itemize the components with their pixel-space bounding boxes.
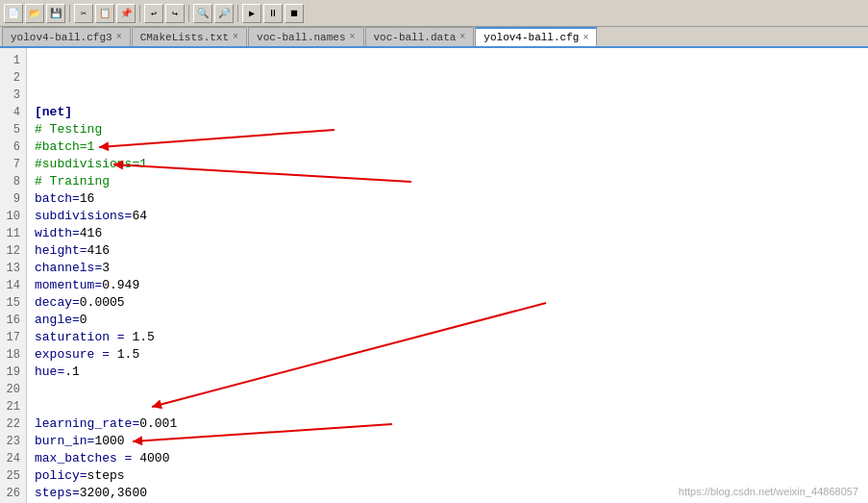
code-line: #batch=1 — [35, 138, 860, 156]
line-number: 12 — [4, 242, 20, 260]
toolbar-btn-13[interactable]: ⏹ — [285, 4, 304, 23]
tab-label-tab4: voc-ball.data — [374, 32, 457, 43]
line-number: 24 — [4, 450, 20, 467]
tab-tab5[interactable]: yolov4-ball.cfg× — [475, 27, 597, 46]
code-line: # Testing — [35, 121, 860, 138]
line-number: 23 — [4, 433, 20, 450]
toolbar-btn-2[interactable]: 📂 — [25, 4, 44, 23]
code-line: [net] — [35, 104, 860, 121]
code-line: learning_rate=0.001 — [35, 415, 860, 433]
code-line: momentum=0.949 — [35, 277, 860, 294]
tab-tab4[interactable]: voc-ball.data× — [365, 27, 475, 46]
toolbar-btn-7[interactable]: ↩ — [144, 4, 163, 23]
tab-tab2[interactable]: CMakeLists.txt× — [132, 27, 247, 46]
line-number: 2 — [4, 69, 20, 87]
tab-label-tab1: yolov4-ball.cfg3 — [11, 32, 112, 43]
line-number: 8 — [4, 173, 20, 190]
line-numbers: 1234567891011121314151617181920212223242… — [0, 48, 27, 503]
toolbar-btn-1[interactable]: 📄 — [4, 4, 23, 23]
code-line: hue=.1 — [35, 364, 860, 381]
toolbar-btn-5[interactable]: 📋 — [95, 4, 114, 23]
toolbar-btn-9[interactable]: 🔍 — [193, 4, 212, 23]
line-number: 18 — [4, 346, 20, 364]
code-line: burn_in=1000 — [35, 433, 860, 450]
line-number: 20 — [4, 381, 20, 398]
watermark: https://blog.csdn.net/weixin_44868057 — [679, 486, 858, 497]
line-number: 11 — [4, 225, 20, 242]
line-number: 16 — [4, 312, 20, 329]
editor-container: 1234567891011121314151617181920212223242… — [0, 48, 868, 503]
tab-tab1[interactable]: yolov4-ball.cfg3× — [2, 27, 131, 46]
code-line — [35, 398, 860, 415]
code-line: exposure = 1.5 — [35, 346, 860, 364]
toolbar-btn-11[interactable]: ▶ — [242, 4, 261, 23]
code-area[interactable]: [net]# Testing#batch=1#subdivisions=1# T… — [27, 48, 868, 503]
toolbar-sep-4 — [237, 5, 238, 22]
tab-label-tab5: yolov4-ball.cfg — [484, 32, 579, 43]
code-line: policy=steps — [35, 467, 860, 485]
line-number: 4 — [4, 104, 20, 121]
code-line: max_batches = 4000 — [35, 450, 860, 467]
tab-close-tab3[interactable]: × — [350, 32, 356, 42]
code-line: batch=16 — [35, 190, 860, 208]
tab-tab3[interactable]: voc-ball.names× — [248, 27, 363, 46]
code-line — [35, 381, 860, 398]
tab-close-tab1[interactable]: × — [116, 32, 122, 42]
line-number: 25 — [4, 467, 20, 485]
line-number: 9 — [4, 190, 20, 208]
code-line: subdivisions=64 — [35, 208, 860, 225]
code-line: decay=0.0005 — [35, 294, 860, 312]
code-line: angle=0 — [35, 312, 860, 329]
toolbar-btn-8[interactable]: ↪ — [165, 4, 185, 23]
line-number: 1 — [4, 52, 20, 69]
line-number: 19 — [4, 364, 20, 381]
code-line: #subdivisions=1 — [35, 156, 860, 173]
line-number: 6 — [4, 138, 20, 156]
line-number: 3 — [4, 87, 20, 104]
line-number: 21 — [4, 398, 20, 415]
line-number: 10 — [4, 208, 20, 225]
line-number: 13 — [4, 260, 20, 277]
toolbar-btn-12[interactable]: ⏸ — [263, 4, 283, 23]
toolbar-btn-6[interactable]: 📌 — [116, 4, 136, 23]
code-line: height=416 — [35, 242, 860, 260]
toolbar-sep-1 — [69, 5, 70, 22]
line-number: 17 — [4, 329, 20, 346]
tabbar: yolov4-ball.cfg3×CMakeLists.txt×voc-ball… — [0, 27, 868, 48]
toolbar-btn-3[interactable]: 💾 — [46, 4, 65, 23]
code-line: channels=3 — [35, 260, 860, 277]
code-line: width=416 — [35, 225, 860, 242]
tab-close-tab5[interactable]: × — [583, 33, 588, 43]
toolbar-sep-2 — [139, 5, 140, 22]
line-number: 14 — [4, 277, 20, 294]
toolbar-btn-4[interactable]: ✂️ — [74, 4, 93, 23]
line-number: 26 — [4, 485, 20, 502]
tab-label-tab2: CMakeLists.txt — [140, 32, 229, 43]
toolbar-btn-10[interactable]: 🔎 — [214, 4, 234, 23]
tab-close-tab4[interactable]: × — [459, 32, 465, 42]
line-number: 5 — [4, 121, 20, 138]
code-line: saturation = 1.5 — [35, 329, 860, 346]
line-number: 15 — [4, 294, 20, 312]
toolbar-sep-3 — [188, 5, 189, 22]
tab-label-tab3: voc-ball.names — [257, 32, 345, 43]
line-number: 22 — [4, 415, 20, 433]
code-line: # Training — [35, 173, 860, 190]
tab-close-tab2[interactable]: × — [233, 32, 238, 42]
toolbar: 📄 📂 💾 ✂️ 📋 📌 ↩ ↪ 🔍 🔎 ▶ ⏸ ⏹ — [0, 0, 868, 27]
line-number: 7 — [4, 156, 20, 173]
